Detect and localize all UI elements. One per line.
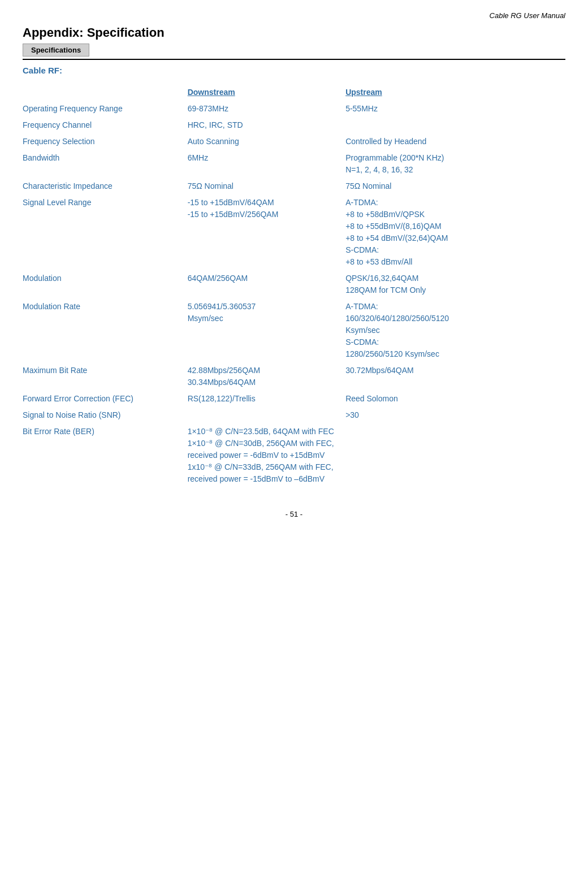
table-row: Forward Error Correction (FEC)RS(128,122… xyxy=(23,391,565,407)
row-label: Bandwidth xyxy=(23,150,188,178)
table-row: Signal Level Range-15 to +15dBmV/64QAM-1… xyxy=(23,194,565,270)
row-upstream xyxy=(345,117,565,133)
row-upstream: A-TDMA:+8 to +58dBmV/QPSK+8 to +55dBmV/(… xyxy=(345,194,565,270)
row-downstream: 1×10⁻⁸ @ C/N=23.5dB, 64QAM with FEC1×10⁻… xyxy=(188,423,345,487)
row-upstream: A-TDMA:160/320/640/1280/2560/5120Ksym/se… xyxy=(345,298,565,362)
row-label: Modulation Rate xyxy=(23,298,188,362)
row-downstream: 5.056941/5.360537Msym/sec xyxy=(188,298,345,362)
page-footer: - 51 - xyxy=(23,510,565,518)
table-row: Frequency ChannelHRC, IRC, STD xyxy=(23,117,565,133)
row-label: Signal Level Range xyxy=(23,194,188,270)
row-downstream: 6MHz xyxy=(188,150,345,178)
appendix-title: Appendix: Specification xyxy=(23,25,565,40)
row-upstream: 75Ω Nominal xyxy=(345,178,565,194)
upstream-header: Upstream xyxy=(345,84,565,101)
row-label: Frequency Channel xyxy=(23,117,188,133)
row-upstream: 5-55MHz xyxy=(345,101,565,117)
downstream-header: Downstream xyxy=(188,84,345,101)
row-upstream: QPSK/16,32,64QAM128QAM for TCM Only xyxy=(345,270,565,298)
table-row: Modulation64QAM/256QAMQPSK/16,32,64QAM12… xyxy=(23,270,565,298)
table-row: Maximum Bit Rate42.88Mbps/256QAM30.34Mbp… xyxy=(23,362,565,391)
table-row: Signal to Noise Ratio (SNR)>30 xyxy=(23,407,565,423)
header-row: Downstream Upstream xyxy=(23,84,565,101)
row-label: Frequency Selection xyxy=(23,133,188,150)
row-label: Characteristic Impedance xyxy=(23,178,188,194)
table-row: Bit Error Rate (BER)1×10⁻⁸ @ C/N=23.5dB,… xyxy=(23,423,565,487)
specifications-tab[interactable]: Specifications xyxy=(23,44,89,57)
row-upstream: Reed Solomon xyxy=(345,391,565,407)
row-upstream: Controlled by Headend xyxy=(345,133,565,150)
row-downstream xyxy=(188,407,345,423)
page-header: Cable RG User Manual xyxy=(23,11,565,20)
row-label: Maximum Bit Rate xyxy=(23,362,188,391)
table-row: Bandwidth6MHzProgrammable (200*N KHz)N=1… xyxy=(23,150,565,178)
row-downstream: 69-873MHz xyxy=(188,101,345,117)
header-title: Cable RG User Manual xyxy=(490,11,565,20)
section-divider xyxy=(23,59,565,60)
spec-table: Downstream Upstream Operating Frequency … xyxy=(23,84,565,487)
row-upstream: >30 xyxy=(345,407,565,423)
table-row: Modulation Rate5.056941/5.360537Msym/sec… xyxy=(23,298,565,362)
section-title: Cable RF: xyxy=(23,66,565,75)
row-upstream: 30.72Mbps/64QAM xyxy=(345,362,565,391)
row-upstream: Programmable (200*N KHz)N=1, 2, 4, 8, 16… xyxy=(345,150,565,178)
empty-label-cell xyxy=(23,84,188,101)
row-label: Signal to Noise Ratio (SNR) xyxy=(23,407,188,423)
table-row: Operating Frequency Range69-873MHz5-55MH… xyxy=(23,101,565,117)
row-downstream: -15 to +15dBmV/64QAM-15 to +15dBmV/256QA… xyxy=(188,194,345,270)
table-row: Characteristic Impedance75Ω Nominal75Ω N… xyxy=(23,178,565,194)
row-label: Modulation xyxy=(23,270,188,298)
row-downstream: Auto Scanning xyxy=(188,133,345,150)
row-downstream: 64QAM/256QAM xyxy=(188,270,345,298)
row-downstream: 75Ω Nominal xyxy=(188,178,345,194)
row-upstream xyxy=(345,423,565,487)
row-label: Forward Error Correction (FEC) xyxy=(23,391,188,407)
row-downstream: 42.88Mbps/256QAM30.34Mbps/64QAM xyxy=(188,362,345,391)
row-downstream: HRC, IRC, STD xyxy=(188,117,345,133)
table-row: Frequency SelectionAuto ScanningControll… xyxy=(23,133,565,150)
row-downstream: RS(128,122)/Trellis xyxy=(188,391,345,407)
row-label: Operating Frequency Range xyxy=(23,101,188,117)
row-label: Bit Error Rate (BER) xyxy=(23,423,188,487)
